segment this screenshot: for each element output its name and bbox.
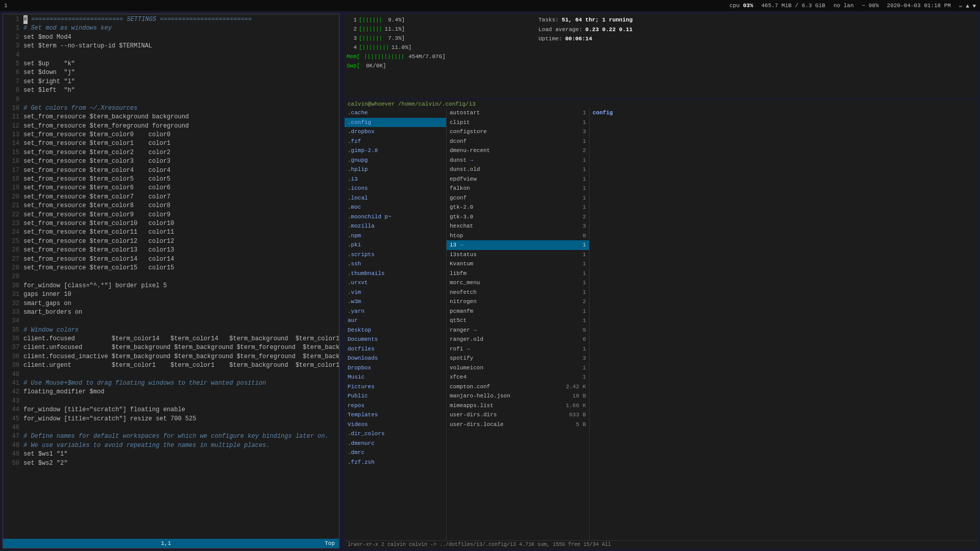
file-item[interactable]: epdfview1 — [447, 174, 589, 184]
line-number: 17 — [5, 166, 19, 175]
dir-item[interactable]: .fzf.zsh — [345, 458, 446, 467]
dir-item[interactable]: .w3m — [345, 297, 446, 307]
dir-item[interactable]: .thumbnails — [345, 269, 446, 279]
file-item[interactable]: dunst.old1 — [447, 165, 589, 174]
file-item[interactable]: pcmanfm1 — [447, 307, 589, 316]
file-item[interactable]: libfm1 — [447, 269, 589, 279]
cpu-value: 9.4%] — [384, 17, 405, 23]
line-content: set_from_resource $term_color10 color10 — [23, 219, 174, 228]
file-item[interactable]: Kvantum1 — [447, 259, 589, 269]
dir-item[interactable]: Videos — [345, 420, 446, 430]
file-count: 5 B — [576, 420, 586, 429]
dir-item[interactable]: .moc — [345, 203, 446, 212]
dir-item[interactable]: .yarn — [345, 307, 446, 316]
file-item[interactable]: mimeapps.list1.66 K — [447, 401, 589, 411]
file-count: 2.42 K — [566, 383, 586, 391]
dir-item[interactable]: Desktop — [345, 325, 446, 335]
file-item[interactable]: autostart1 — [447, 108, 589, 118]
dir-item[interactable]: .pki — [345, 240, 446, 250]
line-content: # Set mod as windows key — [23, 24, 112, 33]
file-item[interactable]: user-dirs.dirs633 B — [447, 410, 589, 420]
dir-item[interactable]: Templates — [345, 410, 446, 420]
dir-item[interactable]: .mozilla — [345, 221, 446, 231]
dir-item[interactable]: Public — [345, 391, 446, 401]
uptime-row: Uptime: 00:06:14 — [538, 35, 975, 43]
dir-item[interactable]: .cache — [345, 108, 446, 118]
dir-item[interactable]: .dir_colors — [345, 429, 446, 439]
file-item[interactable]: manjaro-hello.json16 B — [447, 391, 589, 401]
dir-item[interactable]: Documents — [345, 335, 446, 344]
file-item[interactable]: i3 →1 — [447, 240, 589, 250]
files-pane[interactable]: autostart1clipit1configstore3dconf1dmenu… — [447, 108, 590, 540]
editor-line: 2set $mod Mod4 — [5, 33, 337, 42]
dir-item[interactable]: Downloads — [345, 354, 446, 363]
dir-item[interactable]: .moonchild p~ — [345, 212, 446, 222]
file-item[interactable]: xfce41 — [447, 372, 589, 382]
dir-item[interactable]: .icons — [345, 184, 446, 193]
file-item[interactable]: configstore3 — [447, 127, 589, 137]
dir-item[interactable]: .npm — [345, 231, 446, 241]
line-number: 41 — [5, 379, 19, 388]
dir-item[interactable]: .hplip — [345, 165, 446, 174]
dir-item[interactable]: .i3 — [345, 174, 446, 184]
dir-item[interactable]: .local — [345, 193, 446, 203]
file-item[interactable]: clipit1 — [447, 118, 589, 128]
file-item[interactable]: nitrogen2 — [447, 297, 589, 307]
file-item[interactable]: ranger →9 — [447, 325, 589, 335]
dir-item[interactable]: .gnupg — [345, 156, 446, 165]
editor-line: 16set_from_resource $term_color3 color3 — [5, 157, 337, 166]
dir-item[interactable]: .urxvt — [345, 278, 446, 288]
file-item[interactable]: qt5ct1 — [447, 316, 589, 325]
file-item[interactable]: falkon1 — [447, 184, 589, 193]
file-item[interactable]: volumeicon1 — [447, 363, 589, 373]
dir-item[interactable]: .dropbox — [345, 127, 446, 137]
line-number: 33 — [5, 308, 19, 317]
editor-line: 20set_from_resource $term_color7 color7 — [5, 193, 337, 202]
dir-item[interactable]: Music — [345, 372, 446, 382]
line-number: 19 — [5, 184, 19, 192]
file-item[interactable]: gtk-2.01 — [447, 203, 589, 212]
line-content: floating_modifier $mod — [23, 388, 104, 396]
dir-item[interactable]: .dmrc — [345, 448, 446, 458]
file-item[interactable]: gtk-3.02 — [447, 212, 589, 222]
file-item[interactable]: neofetch1 — [447, 288, 589, 297]
file-item[interactable]: htop0 — [447, 231, 589, 241]
dir-item[interactable]: .gimp-2.8 — [345, 146, 446, 156]
file-item[interactable]: hexchat3 — [447, 221, 589, 231]
file-item[interactable]: gconf1 — [447, 193, 589, 203]
file-item[interactable]: user-dirs.locale5 B — [447, 420, 589, 430]
line-number: 4 — [5, 51, 19, 60]
dir-item[interactable]: .fzf — [345, 137, 446, 146]
cpu-row: 4 [|||||||| 11.0%] — [347, 43, 530, 52]
dir-item[interactable]: Pictures — [345, 382, 446, 392]
editor-line: 45for_window [title="scratch"] resize se… — [5, 415, 337, 423]
dir-item[interactable]: .scripts — [345, 250, 446, 260]
file-item[interactable]: rofi →1 — [447, 344, 589, 354]
dir-item[interactable]: .vim — [345, 288, 446, 297]
line-number: 14 — [5, 139, 19, 148]
file-item[interactable]: dconf1 — [447, 137, 589, 146]
dir-item[interactable]: .config — [345, 118, 446, 128]
file-count: 2 — [576, 146, 586, 155]
file-item[interactable]: compton.conf2.42 K — [447, 382, 589, 392]
file-item[interactable]: i3status1 — [447, 250, 589, 260]
dir-item[interactable]: Dropbox — [345, 363, 446, 373]
dir-item[interactable]: repos — [345, 401, 446, 411]
file-item[interactable]: dmenu-recent2 — [447, 146, 589, 156]
dir-item[interactable]: aur — [345, 316, 446, 325]
line-number: 37 — [5, 343, 19, 352]
directories-pane[interactable]: .cache.config.dropbox.fzf.gimp-2.8.gnupg… — [345, 108, 447, 540]
file-item[interactable]: spotify3 — [447, 354, 589, 363]
line-number: 3 — [5, 42, 19, 51]
file-item[interactable]: morc_menu1 — [447, 278, 589, 288]
file-count: 2 — [576, 213, 586, 221]
dir-item[interactable]: .dmenurc — [345, 439, 446, 448]
dir-item[interactable]: dotfiles — [345, 344, 446, 354]
line-number: 6 — [5, 68, 19, 77]
file-name: gtk-3.0 — [450, 213, 473, 221]
file-item[interactable]: ranger.old6 — [447, 335, 589, 344]
dir-item[interactable]: .ssh — [345, 259, 446, 269]
file-item[interactable]: dunst →1 — [447, 156, 589, 165]
line-number: 15 — [5, 148, 19, 157]
line-number: 9 — [5, 95, 19, 104]
